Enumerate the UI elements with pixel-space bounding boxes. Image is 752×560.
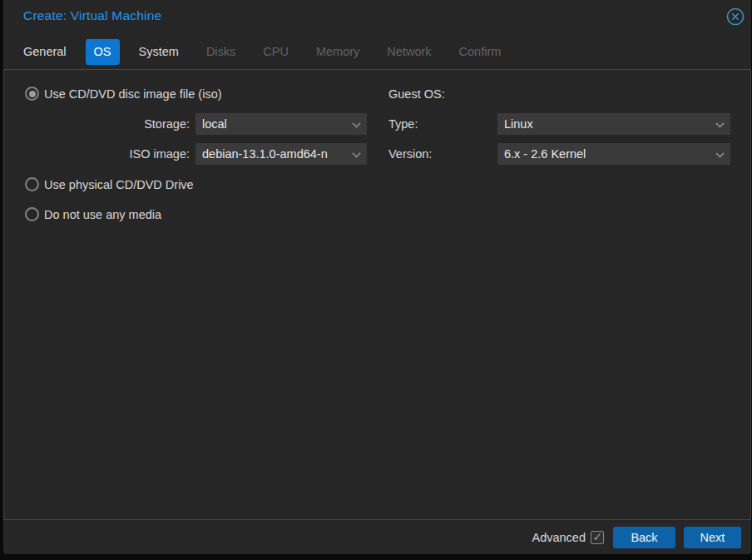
chevron-down-icon [716, 120, 723, 126]
os-tab-panel: Use CD/DVD disc image file (iso) Guest O… [3, 69, 751, 520]
tab-general[interactable]: General [15, 39, 75, 65]
chevron-down-icon [716, 150, 723, 156]
radio-no-media[interactable] [25, 207, 39, 221]
close-icon[interactable] [726, 7, 745, 26]
tab-os[interactable]: OS [86, 39, 120, 65]
dialog-footer: Advanced Back Next [3, 520, 751, 554]
type-select-value: Linux [504, 113, 709, 135]
storage-label: Storage: [29, 117, 190, 131]
iso-image-select[interactable]: debian-13.1.0-amd64-n [195, 143, 367, 165]
type-select[interactable]: Linux [497, 113, 730, 135]
dialog-header: Create: Virtual Machine [3, 0, 751, 33]
radio-physical-drive-label[interactable]: Use physical CD/DVD Drive [44, 178, 194, 191]
version-label: Version: [388, 147, 432, 161]
storage-select[interactable]: local [195, 113, 367, 135]
wizard-tab-strip: General OS System Disks CPU Memory Netwo… [15, 39, 520, 65]
guest-os-section-label: Guest OS: [388, 87, 445, 101]
tab-system[interactable]: System [131, 39, 187, 65]
iso-image-select-value: debian-13.1.0-amd64-n [202, 143, 345, 165]
tab-confirm: Confirm [451, 39, 510, 65]
back-button[interactable]: Back [613, 527, 675, 548]
radio-physical-drive[interactable] [25, 177, 39, 191]
advanced-label: Advanced [532, 531, 586, 544]
tab-cpu: CPU [255, 39, 297, 65]
radio-use-iso[interactable] [25, 87, 39, 101]
dialog-title: Create: Virtual Machine [23, 8, 161, 23]
tab-memory: Memory [308, 39, 368, 65]
type-label: Type: [388, 117, 418, 131]
tab-disks: Disks [198, 39, 244, 65]
iso-image-label: ISO image: [29, 147, 190, 161]
chevron-down-icon [353, 150, 359, 156]
radio-no-media-label[interactable]: Do not use any media [44, 208, 161, 221]
storage-select-value: local [202, 113, 345, 135]
next-button[interactable]: Next [684, 527, 741, 548]
version-select-value: 6.x - 2.6 Kernel [504, 143, 709, 165]
chevron-down-icon [353, 120, 359, 126]
version-select[interactable]: 6.x - 2.6 Kernel [497, 143, 730, 165]
create-vm-dialog: Create: Virtual Machine General OS Syste… [3, 0, 751, 554]
radio-use-iso-label[interactable]: Use CD/DVD disc image file (iso) [44, 87, 222, 101]
tab-network: Network [378, 39, 439, 65]
advanced-checkbox[interactable] [591, 531, 604, 544]
